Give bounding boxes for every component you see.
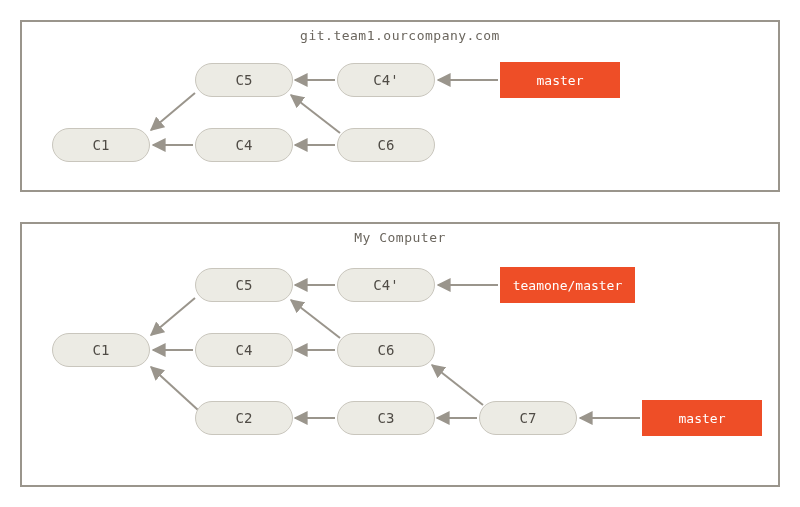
commit-r-c5: C5: [195, 63, 293, 97]
ref-r-master: master: [500, 62, 620, 98]
commit-l-c2: C2: [195, 401, 293, 435]
commit-r-c4p: C4': [337, 63, 435, 97]
panel-local-title: My Computer: [22, 230, 778, 245]
ref-l-master: master: [642, 400, 762, 436]
panel-remote-title: git.team1.ourcompany.com: [22, 28, 778, 43]
commit-l-c5: C5: [195, 268, 293, 302]
ref-l-teamone-master: teamone/master: [500, 267, 635, 303]
commit-l-c7: C7: [479, 401, 577, 435]
commit-r-c4: C4: [195, 128, 293, 162]
commit-l-c4: C4: [195, 333, 293, 367]
panel-remote: git.team1.ourcompany.com: [20, 20, 780, 192]
commit-l-c1: C1: [52, 333, 150, 367]
commit-l-c4p: C4': [337, 268, 435, 302]
commit-r-c1: C1: [52, 128, 150, 162]
diagram-stage: git.team1.ourcompany.com My Computer: [0, 0, 800, 507]
commit-r-c6: C6: [337, 128, 435, 162]
commit-l-c3: C3: [337, 401, 435, 435]
commit-l-c6: C6: [337, 333, 435, 367]
